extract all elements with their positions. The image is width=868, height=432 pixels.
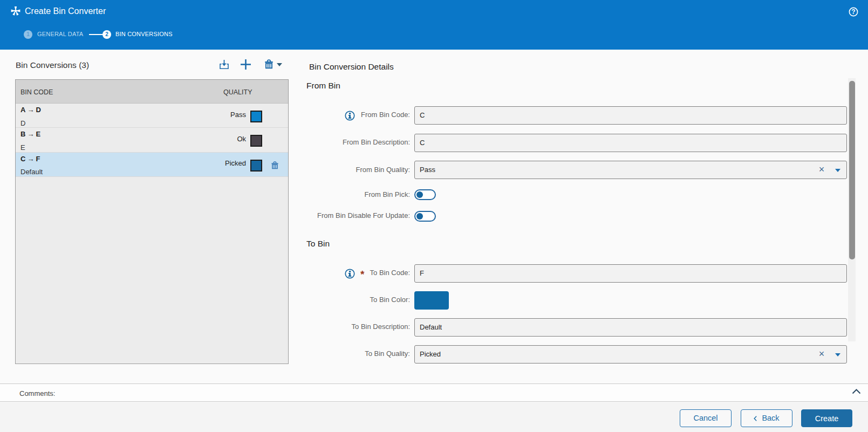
svg-text:?: ? (851, 8, 855, 16)
